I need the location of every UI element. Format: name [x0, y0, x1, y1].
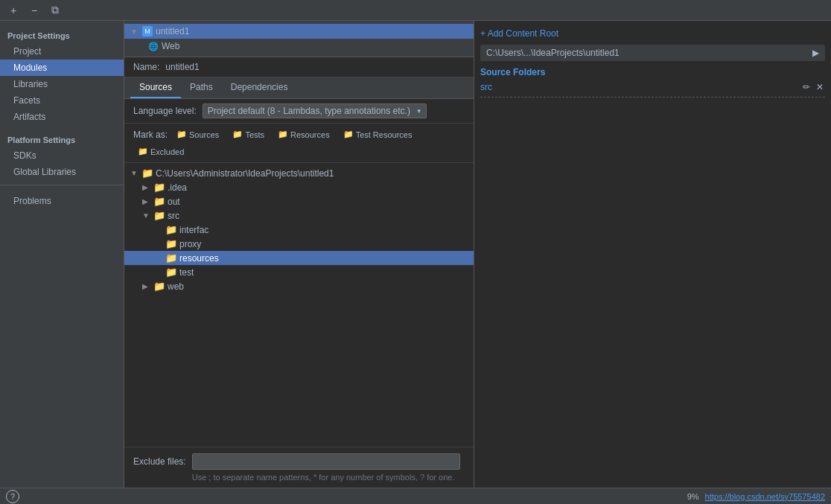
sidebar-item-modules[interactable]: Modules	[0, 60, 124, 76]
tab-dependencies[interactable]: Dependencies	[222, 77, 297, 98]
mark-excluded-label: Excluded	[150, 147, 184, 156]
content-root-path-label: C:\Users\...\IdeaProjects\untitled1	[486, 48, 620, 58]
exclude-section: Use ; to separate name patterns, * for a…	[192, 453, 465, 482]
name-label: Name:	[133, 62, 159, 72]
main-layout: Project Settings Project Modules Librari…	[0, 21, 831, 488]
idea-arrow: ▶	[142, 183, 151, 191]
out-label: out	[168, 197, 180, 207]
right-panel: + Add Content Root C:\Users\...\IdeaProj…	[474, 21, 831, 488]
web-folder-icon: 📁	[153, 281, 165, 292]
root-arrow: ▼	[130, 169, 139, 177]
src-label: src	[168, 211, 179, 221]
resources-folder-icon: 📁	[278, 130, 288, 139]
test-resources-folder-icon: 📁	[343, 130, 354, 139]
exclude-input[interactable]	[192, 453, 460, 470]
tab-sources[interactable]: Sources	[130, 77, 181, 98]
tests-folder-icon: 📁	[232, 130, 243, 139]
bottom-right: 9% https://blog.csdn.net/sy75575482	[687, 492, 825, 501]
add-module-button[interactable]: +	[6, 3, 21, 18]
remove-module-button[interactable]: −	[27, 3, 42, 18]
interfac-label: interfac	[179, 225, 208, 235]
center-panel: ▼ M untitled1 🌐 Web Name: untitled1 Sour…	[124, 21, 474, 488]
mark-resources-button[interactable]: 📁 Resources	[273, 128, 334, 141]
tree-node-interfac[interactable]: 📁 interfac	[124, 223, 474, 237]
help-button[interactable]: ?	[6, 490, 19, 503]
interfac-folder-icon: 📁	[165, 224, 177, 235]
content-root-path: C:\Users\...\IdeaProjects\untitled1 ▶	[480, 45, 825, 61]
exclude-row: Exclude files: Use ; to separate name pa…	[124, 447, 474, 488]
sidebar-item-libraries[interactable]: Libraries	[0, 76, 124, 92]
excluded-folder-icon: 📁	[138, 147, 148, 156]
name-value: untitled1	[165, 62, 199, 72]
tab-paths[interactable]: Paths	[181, 77, 222, 98]
lang-level-row: Language level: Project default (8 - Lam…	[124, 99, 474, 124]
mark-as-label: Mark as:	[133, 130, 168, 140]
mark-tests-button[interactable]: 📁 Tests	[228, 128, 269, 141]
sidebar-item-artifacts[interactable]: Artifacts	[0, 109, 124, 125]
tree-node-idea[interactable]: ▶ 📁 .idea	[124, 180, 474, 194]
mark-test-resources-button[interactable]: 📁 Test Resources	[339, 128, 417, 141]
name-row: Name: untitled1	[124, 57, 474, 77]
out-folder-icon: 📁	[153, 196, 165, 207]
project-settings-section-title: Project Settings	[0, 27, 124, 43]
web-label: web	[168, 281, 184, 292]
mark-sources-button[interactable]: 📁 Sources	[172, 128, 223, 141]
module-expand-arrow: ▼	[130, 28, 139, 36]
tree-node-test[interactable]: 📁 test	[124, 265, 474, 279]
source-folder-edit-button[interactable]: ✏	[801, 82, 812, 92]
module-icon: M	[142, 26, 153, 36]
sidebar: Project Settings Project Modules Librari…	[0, 21, 124, 488]
sidebar-item-project[interactable]: Project	[0, 43, 124, 60]
copy-module-button[interactable]: ⧉	[48, 3, 63, 18]
resources-folder-icon: 📁	[165, 252, 177, 264]
root-folder-icon: 📁	[141, 168, 153, 179]
source-folder-name: src	[480, 82, 492, 92]
module-list: ▼ M untitled1 🌐 Web	[124, 21, 474, 57]
proxy-label: proxy	[179, 239, 201, 249]
config-area: Name: untitled1 Sources Paths Dependenci…	[124, 57, 474, 488]
mark-resources-label: Resources	[290, 130, 330, 139]
lang-level-label: Language level:	[133, 106, 197, 116]
test-folder-icon: 📁	[165, 267, 177, 278]
sources-folder-icon: 📁	[176, 130, 187, 139]
mark-test-resources-label: Test Resources	[356, 130, 413, 139]
bottom-bar: ? 9% https://blog.csdn.net/sy75575482	[0, 488, 831, 504]
source-folder-actions: ✏ ✕	[801, 82, 825, 92]
module-list-item-untitled1[interactable]: ▼ M untitled1	[124, 24, 474, 39]
source-folder-separator	[480, 97, 825, 98]
module-list-item-web[interactable]: 🌐 Web	[124, 39, 474, 54]
content-root-expand-arrow[interactable]: ▶	[812, 48, 819, 58]
mark-tests-label: Tests	[245, 130, 264, 139]
bottom-percent: 9%	[687, 492, 699, 501]
source-folder-item: src ✏ ✕	[480, 80, 825, 94]
source-folder-remove-button[interactable]: ✕	[815, 82, 825, 92]
add-content-root-button[interactable]: + Add Content Root	[480, 27, 825, 40]
tree-root-node[interactable]: ▼ 📁 C:\Users\Administrator\IdeaProjects\…	[124, 166, 474, 180]
bottom-url[interactable]: https://blog.csdn.net/sy75575482	[705, 492, 825, 501]
source-folders-title: Source Folders	[480, 67, 825, 77]
tree-node-web[interactable]: ▶ 📁 web	[124, 279, 474, 293]
web-tree-arrow: ▶	[142, 282, 151, 290]
resources-label: resources	[179, 253, 219, 264]
tree-node-resources[interactable]: 📁 resources	[124, 251, 474, 265]
root-path-label: C:\Users\Administrator\IdeaProjects\unti…	[156, 168, 334, 179]
mark-excluded-button[interactable]: 📁 Excluded	[133, 145, 188, 158]
proxy-folder-icon: 📁	[165, 238, 177, 249]
src-folder-icon: 📁	[153, 210, 165, 221]
exclude-hint: Use ; to separate name patterns, * for a…	[192, 473, 465, 482]
out-arrow: ▶	[142, 197, 151, 205]
tree-node-src[interactable]: ▼ 📁 src	[124, 208, 474, 223]
tree-node-proxy[interactable]: 📁 proxy	[124, 237, 474, 251]
title-bar: + − ⧉	[0, 0, 831, 21]
sidebar-item-problems[interactable]: Problems	[0, 193, 124, 209]
src-arrow: ▼	[142, 211, 151, 220]
file-tree: ▼ 📁 C:\Users\Administrator\IdeaProjects\…	[124, 163, 474, 447]
lang-level-select-wrapper: Project default (8 - Lambdas, type annot…	[203, 103, 427, 118]
lang-level-select[interactable]: Project default (8 - Lambdas, type annot…	[203, 103, 427, 118]
sidebar-item-global-libraries[interactable]: Global Libraries	[0, 164, 124, 180]
sidebar-item-sdks[interactable]: SDKs	[0, 147, 124, 164]
sidebar-item-facets[interactable]: Facets	[0, 92, 124, 109]
tree-node-out[interactable]: ▶ 📁 out	[124, 194, 474, 208]
mark-as-row: Mark as: 📁 Sources 📁 Tests 📁 Resources 📁…	[124, 124, 474, 163]
tabs-bar: Sources Paths Dependencies	[124, 77, 474, 99]
